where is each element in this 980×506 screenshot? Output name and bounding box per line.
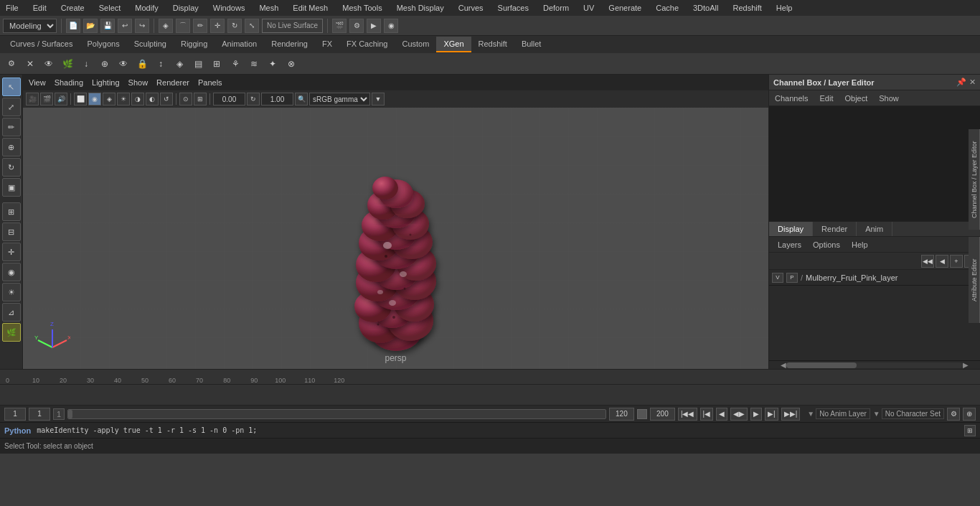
- vp-shading[interactable]: Shading: [55, 78, 83, 87]
- anim-layer-arrow[interactable]: ▼: [807, 410, 814, 418]
- menu-modify[interactable]: Modify: [132, 2, 161, 14]
- menu-curves[interactable]: Curves: [456, 2, 486, 14]
- xgen-icon-14[interactable]: ✦: [264, 55, 281, 72]
- timeline-scrubber[interactable]: [0, 384, 980, 405]
- live-surface-btn[interactable]: No Live Surface: [262, 19, 323, 33]
- move-left[interactable]: ✛: [2, 243, 21, 261]
- menu-display[interactable]: Display: [170, 2, 202, 14]
- menu-windows[interactable]: Windows: [210, 2, 248, 14]
- lasso-tool-btn[interactable]: ⌒: [176, 19, 190, 33]
- transform-tool-left[interactable]: ⤢: [2, 98, 21, 116]
- timeline-ruler[interactable]: 0 10 20 30 40 50 60 70 80 90 100 110 120: [0, 370, 980, 384]
- menu-cache[interactable]: Cache: [653, 2, 682, 14]
- menu-edit-mesh[interactable]: Edit Mesh: [290, 2, 331, 14]
- layer-prev-btn[interactable]: ◀: [936, 255, 948, 268]
- play-fwd-btn[interactable]: ▶: [750, 408, 762, 421]
- channel-box-pin-icon[interactable]: 📌: [956, 78, 966, 87]
- undo-btn[interactable]: ↩: [118, 19, 132, 33]
- select-tool-btn[interactable]: ◈: [159, 19, 173, 33]
- vp-panels[interactable]: Panels: [198, 78, 222, 87]
- scroll-right-arrow[interactable]: ▶: [963, 361, 969, 369]
- xgen-icon-12[interactable]: ⚘: [227, 55, 244, 72]
- menu-redshift[interactable]: Redshift: [730, 2, 764, 14]
- xgen-icon-2[interactable]: 👁: [40, 55, 57, 72]
- tab-bullet[interactable]: Bullet: [514, 37, 549, 52]
- vp-audio-btn[interactable]: 🔊: [55, 93, 67, 106]
- prev-frame-btn[interactable]: ◀: [716, 408, 727, 421]
- xgen-icon-11[interactable]: ⊞: [208, 55, 225, 72]
- xgen-icon-13[interactable]: ≋: [245, 55, 263, 72]
- xgen-icon-1[interactable]: ✕: [22, 55, 39, 72]
- layer-opt-help[interactable]: Help: [846, 238, 874, 251]
- xgen-icon-5[interactable]: ⊕: [96, 55, 113, 72]
- tab-curves-surfaces[interactable]: Curves / Surfaces: [3, 37, 80, 52]
- xgen-icon-9[interactable]: ◈: [171, 55, 188, 72]
- menu-mesh[interactable]: Mesh: [256, 2, 281, 14]
- grid-left[interactable]: ⊟: [2, 222, 21, 241]
- scroll-left-arrow[interactable]: ◀: [781, 361, 786, 369]
- snap-left[interactable]: ⊞: [2, 202, 21, 221]
- tab-sculpting[interactable]: Sculpting: [127, 37, 174, 52]
- playback-end-input[interactable]: [650, 408, 675, 421]
- channel-box-close-icon[interactable]: ✕: [969, 78, 976, 87]
- skip-back-btn[interactable]: |◀◀: [678, 408, 697, 421]
- next-key-btn[interactable]: ▶▶|: [781, 408, 801, 421]
- xgen-icon-15[interactable]: ⊗: [283, 55, 300, 72]
- save-scene-btn[interactable]: 💾: [100, 19, 115, 33]
- camera-left[interactable]: ◉: [2, 263, 21, 281]
- xgen-left[interactable]: 🌿: [2, 323, 21, 342]
- menu-deform[interactable]: Deform: [540, 2, 572, 14]
- vp-film-btn[interactable]: 🎬: [40, 93, 53, 106]
- vp-shadow-btn[interactable]: ◑: [131, 93, 144, 106]
- move-tool-btn[interactable]: ✛: [210, 19, 225, 33]
- menu-edit[interactable]: Edit: [30, 2, 50, 14]
- viewport[interactable]: View Shading Lighting Show Renderer Pane…: [23, 75, 768, 369]
- menu-help[interactable]: Help: [773, 2, 796, 14]
- frame-end-input[interactable]: [609, 408, 634, 421]
- tab-polygons[interactable]: Polygons: [80, 37, 126, 52]
- vp-material-btn[interactable]: ◈: [103, 93, 116, 106]
- timeline-progress-bar[interactable]: [67, 409, 606, 419]
- tab-rigging[interactable]: Rigging: [174, 37, 215, 52]
- tab-xgen[interactable]: XGen: [436, 37, 471, 52]
- tab-fx[interactable]: FX: [315, 37, 339, 52]
- xgen-icon-10[interactable]: ▤: [189, 55, 207, 72]
- xgen-icon-4[interactable]: ↓: [77, 55, 95, 72]
- menu-uv[interactable]: UV: [580, 2, 597, 14]
- menu-generate[interactable]: Generate: [606, 2, 644, 14]
- play-back-btn[interactable]: ◀▶: [730, 408, 748, 421]
- menu-select[interactable]: Select: [96, 2, 124, 14]
- open-scene-btn[interactable]: 📂: [83, 19, 98, 33]
- vp-view[interactable]: View: [29, 78, 46, 87]
- prev-key-btn[interactable]: |◀: [700, 408, 714, 421]
- tab-custom[interactable]: Custom: [395, 37, 437, 52]
- vp-show[interactable]: Show: [128, 78, 149, 87]
- cb-menu-edit[interactable]: Edit: [814, 92, 839, 105]
- scroll-thumb[interactable]: [786, 362, 857, 368]
- vp-ao-btn[interactable]: ◐: [146, 93, 159, 106]
- light-left[interactable]: ☀: [2, 283, 21, 301]
- menu-3dtoall[interactable]: 3DtoAll: [690, 2, 721, 14]
- vp-rotation-input[interactable]: [213, 93, 245, 106]
- scale-tool-btn[interactable]: ⤡: [245, 19, 259, 33]
- vp-zoom-icon[interactable]: 🔍: [295, 93, 308, 106]
- vp-zoom-input[interactable]: [261, 93, 293, 106]
- cb-menu-channels[interactable]: Channels: [769, 92, 814, 105]
- tab-rendering[interactable]: Rendering: [264, 37, 315, 52]
- layer-p-btn-0[interactable]: P: [786, 273, 798, 283]
- layer-opt-options[interactable]: Options: [807, 238, 846, 251]
- xgen-icon-3[interactable]: 🌿: [59, 55, 76, 72]
- layer-back-btn[interactable]: ◀◀: [921, 255, 934, 268]
- char-set-arrow[interactable]: ▼: [873, 410, 880, 418]
- vp-lighting[interactable]: Lighting: [92, 78, 120, 87]
- ipr-btn[interactable]: ▶: [367, 19, 381, 33]
- layer-opt-layers[interactable]: Layers: [772, 238, 807, 251]
- sculpt-tool-left[interactable]: ⊕: [2, 138, 21, 156]
- vp-camera-btn[interactable]: 🎥: [26, 93, 39, 106]
- vp-wireframe-btn[interactable]: ⬜: [74, 93, 87, 106]
- vp-rot-icon[interactable]: ↻: [247, 93, 260, 106]
- xgen-icon-7[interactable]: 🔒: [133, 55, 151, 72]
- char-set-settings-btn[interactable]: ⚙: [947, 408, 960, 421]
- tab-redshift[interactable]: Redshift: [471, 37, 514, 52]
- rotate-left[interactable]: ↻: [2, 158, 21, 177]
